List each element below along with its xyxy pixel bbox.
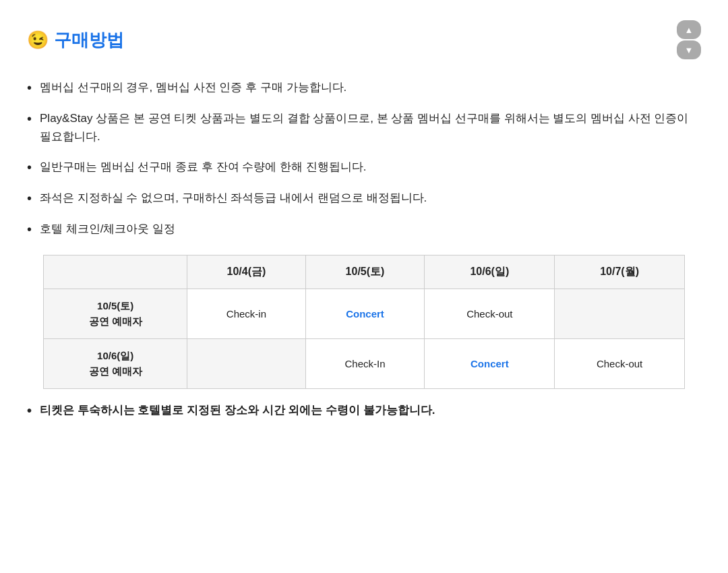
- table-row-header-0: 10/5(토) 공연 예매자: [44, 289, 187, 339]
- emoji-icon: 😉: [27, 30, 49, 51]
- table-col-header-3: 10/6(일): [425, 255, 555, 289]
- bullet-item-3: 일반구매는 멤버십 선구매 종료 후 잔여 수량에 한해 진행됩니다.: [27, 158, 701, 177]
- table-col-header-1: 10/4(금): [187, 255, 305, 289]
- bottom-bullet-list: 티켓은 투숙하시는 호텔별로 지정된 장소와 시간 외에는 수령이 불가능합니다…: [27, 401, 701, 420]
- table-cell-0-1: Concert: [305, 289, 425, 339]
- table-header: 10/4(금)10/5(토)10/6(일)10/7(월): [44, 255, 685, 289]
- table-col-header-4: 10/7(월): [555, 255, 685, 289]
- scroll-down-button[interactable]: ▼: [677, 40, 701, 59]
- concert-label: Concert: [346, 308, 384, 320]
- title-text: 구매방법: [54, 28, 124, 52]
- last-bullet-text: 티켓은 투숙하시는 호텔별로 지정된 장소와 시간 외에는 수령이 불가능합니다…: [40, 401, 435, 419]
- table-cell-0-3: [555, 289, 685, 339]
- table-body: 10/5(토) 공연 예매자Check-inConcertCheck-out10…: [44, 289, 685, 389]
- table-row-1: 10/6(일) 공연 예매자Check-InConcertCheck-out: [44, 339, 685, 389]
- table-cell-1-2: Concert: [425, 339, 555, 389]
- bullet-text-1: 멤버십 선구매의 경우, 멤버십 사전 인증 후 구매 가능합니다.: [40, 78, 346, 96]
- bullet-item-4: 좌석은 지정하실 수 없으며, 구매하신 좌석등급 내에서 랜덤으로 배정됩니다…: [27, 189, 701, 208]
- table-col-header-2: 10/5(토): [305, 255, 425, 289]
- table-cell-0-2: Check-out: [425, 289, 555, 339]
- hotel-schedule-table: 10/4(금)10/5(토)10/6(일)10/7(월) 10/5(토) 공연 …: [43, 255, 685, 389]
- bullet-item-5: 호텔 체크인/체크아웃 일정: [27, 220, 701, 239]
- hotel-table-container: 10/4(금)10/5(토)10/6(일)10/7(월) 10/5(토) 공연 …: [43, 255, 701, 389]
- bullet-text-2: Play&Stay 상품은 본 공연 티켓 상품과는 별도의 결합 상품이므로,…: [40, 109, 701, 146]
- table-row-header-1: 10/6(일) 공연 예매자: [44, 339, 187, 389]
- table-col-header-0: [44, 255, 187, 289]
- scroll-up-button[interactable]: ▲: [677, 20, 701, 39]
- table-cell-1-0: [187, 339, 305, 389]
- bullet-text-3: 일반구매는 멤버십 선구매 종료 후 잔여 수량에 한해 진행됩니다.: [40, 158, 367, 176]
- bullet-text-4: 좌석은 지정하실 수 없으며, 구매하신 좌석등급 내에서 랜덤으로 배정됩니다…: [40, 189, 427, 207]
- bullet-item-1: 멤버십 선구매의 경우, 멤버십 사전 인증 후 구매 가능합니다.: [27, 78, 701, 97]
- table-cell-1-3: Check-out: [555, 339, 685, 389]
- bullet-text-5: 호텔 체크인/체크아웃 일정: [40, 220, 175, 238]
- table-row-0: 10/5(토) 공연 예매자Check-inConcertCheck-out: [44, 289, 685, 339]
- page-title: 😉 구매방법: [27, 28, 124, 52]
- table-cell-1-1: Check-In: [305, 339, 425, 389]
- page-header: 😉 구매방법 ▲ ▼: [27, 20, 701, 59]
- bullet-item-2: Play&Stay 상품은 본 공연 티켓 상품과는 별도의 결합 상품이므로,…: [27, 109, 701, 146]
- table-header-row: 10/4(금)10/5(토)10/6(일)10/7(월): [44, 255, 685, 289]
- scroll-controls: ▲ ▼: [677, 20, 701, 59]
- bullet-list: 멤버십 선구매의 경우, 멤버십 사전 인증 후 구매 가능합니다.Play&S…: [27, 78, 701, 239]
- concert-label: Concert: [471, 358, 509, 369]
- last-bullet-item: 티켓은 투숙하시는 호텔별로 지정된 장소와 시간 외에는 수령이 불가능합니다…: [27, 401, 701, 420]
- table-cell-0-0: Check-in: [187, 289, 305, 339]
